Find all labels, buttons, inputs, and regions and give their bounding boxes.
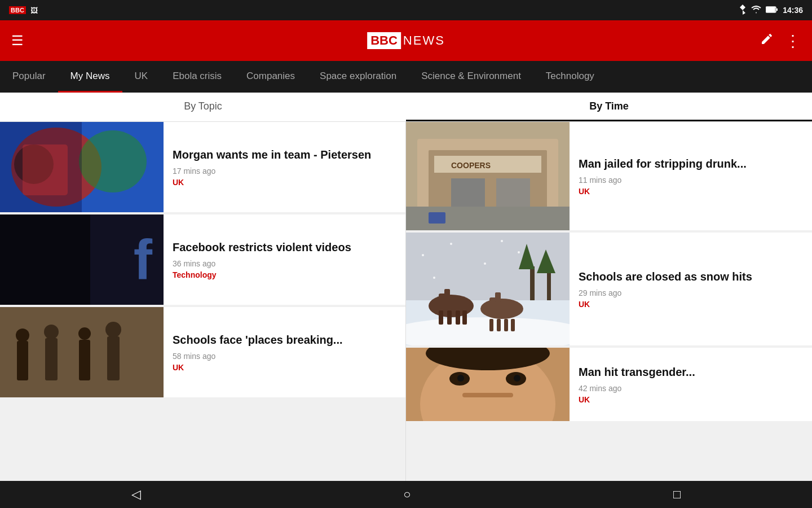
back-button[interactable]: ◁ <box>131 487 141 502</box>
tab-by-time[interactable]: By Time <box>406 93 812 121</box>
svg-rect-26 <box>429 212 445 224</box>
content-area: Morgan wants me in team - Pietersen 17 m… <box>0 122 812 481</box>
svg-rect-1 <box>766 7 775 12</box>
battery-icon <box>766 6 778 15</box>
svg-rect-43 <box>511 319 515 331</box>
svg-point-15 <box>78 327 91 340</box>
bbc-status-icon: BBC <box>9 6 26 14</box>
article-r1-image: COOPERS <box>406 122 570 230</box>
article-r2-card[interactable]: Schools are closed as snow hits 29 mins … <box>406 233 812 345</box>
article-1-text: Morgan wants me in team - Pietersen 17 m… <box>164 122 380 212</box>
cat-science-label: Science & Environment <box>421 71 521 82</box>
article-r3-title: Man hit transgender... <box>579 365 695 379</box>
svg-point-50 <box>501 240 503 242</box>
left-panel: Morgan wants me in team - Pietersen 17 m… <box>0 122 406 481</box>
svg-rect-12 <box>45 338 58 380</box>
article-r2-time: 29 mins ago <box>579 288 752 297</box>
cat-mynews[interactable]: My News <box>58 61 122 93</box>
article-r2-text: Schools are closed as snow hits 29 mins … <box>570 233 761 345</box>
svg-rect-39 <box>495 292 501 303</box>
tab-by-topic[interactable]: By Topic <box>0 93 406 121</box>
svg-rect-35 <box>456 310 460 325</box>
svg-point-4 <box>79 130 147 192</box>
svg-point-60 <box>514 375 520 382</box>
cat-mynews-label: My News <box>70 71 110 82</box>
edit-icon[interactable] <box>760 32 774 49</box>
time-display: 14:36 <box>783 6 803 15</box>
svg-rect-32 <box>444 289 450 300</box>
article-3-text: Schools face 'places breaking... 58 mins… <box>164 307 352 397</box>
svg-rect-51 <box>530 266 535 300</box>
svg-rect-34 <box>447 310 452 325</box>
article-r2-category: UK <box>579 300 752 309</box>
svg-point-13 <box>44 325 59 339</box>
top-bar-actions: ⋮ <box>760 32 801 50</box>
article-1-time: 17 mins ago <box>173 167 371 176</box>
svg-point-47 <box>518 251 520 253</box>
category-bar: Popular My News UK Ebola crisis Companie… <box>0 61 812 93</box>
svg-rect-36 <box>462 310 467 325</box>
article-1-image <box>0 122 164 212</box>
article-card-1[interactable]: Morgan wants me in team - Pietersen 17 m… <box>0 122 405 212</box>
article-r1-category: UK <box>579 187 747 196</box>
article-3-image <box>0 307 164 397</box>
article-card-3[interactable]: Schools face 'places breaking... 58 mins… <box>0 307 405 397</box>
cat-space[interactable]: Space exploration <box>307 61 409 93</box>
svg-rect-33 <box>439 310 443 325</box>
svg-point-46 <box>484 262 486 265</box>
article-card-2[interactable]: f Facebook restricts violent videos 36 m… <box>0 214 405 305</box>
svg-rect-23 <box>451 178 485 209</box>
right-panel: COOPERS Man jailed for stripping drunk..… <box>406 122 812 481</box>
bbc-logo: BBC NEWS <box>367 32 445 49</box>
svg-rect-14 <box>79 340 90 380</box>
article-1-title: Morgan wants me in team - Pietersen <box>173 147 371 162</box>
cat-popular[interactable]: Popular <box>0 61 58 93</box>
status-right-icons: 14:36 <box>739 5 803 16</box>
article-2-image: f <box>0 214 164 305</box>
svg-point-59 <box>457 375 464 382</box>
article-r3-image <box>406 348 570 421</box>
article-2-time: 36 mins ago <box>173 259 351 268</box>
article-2-text: Facebook restricts violent videos 36 min… <box>164 214 360 305</box>
cat-uk-label: UK <box>135 71 148 82</box>
status-bar: BBC 🖼 14:36 <box>0 0 812 20</box>
article-3-time: 58 mins ago <box>173 352 343 361</box>
svg-rect-7 <box>23 144 68 195</box>
article-r2-image <box>406 233 570 345</box>
article-r1-card[interactable]: COOPERS Man jailed for stripping drunk..… <box>406 122 812 230</box>
svg-rect-53 <box>547 272 551 300</box>
svg-rect-24 <box>496 178 530 209</box>
article-2-title: Facebook restricts violent videos <box>173 240 351 255</box>
svg-point-29 <box>406 317 570 345</box>
cat-science[interactable]: Science & Environment <box>409 61 533 93</box>
article-3-title: Schools face 'places breaking... <box>173 332 343 347</box>
cat-companies-label: Companies <box>246 71 295 82</box>
article-r2-title: Schools are closed as snow hits <box>579 269 752 284</box>
recents-button[interactable]: □ <box>673 487 681 502</box>
article-r1-text: Man jailed for stripping drunk... 11 min… <box>570 122 756 230</box>
cat-uk[interactable]: UK <box>122 61 161 93</box>
tab-by-topic-label: By Topic <box>184 100 222 112</box>
cat-technology[interactable]: Technology <box>533 61 607 93</box>
article-3-category: UK <box>173 363 343 372</box>
bluetooth-icon <box>739 5 747 16</box>
svg-rect-40 <box>489 319 493 331</box>
cat-companies[interactable]: Companies <box>234 61 307 93</box>
article-r3-category: UK <box>579 395 695 404</box>
more-icon[interactable]: ⋮ <box>785 32 801 50</box>
svg-rect-42 <box>504 319 508 331</box>
news-label: NEWS <box>403 33 445 48</box>
article-r3-card[interactable]: Man hit transgender... 42 mins ago UK <box>406 348 812 421</box>
bbc-box-1: BBC <box>367 32 401 49</box>
sub-tabs: By Topic By Time <box>0 93 812 122</box>
svg-text:COOPERS: COOPERS <box>451 161 491 170</box>
article-r3-time: 42 mins ago <box>579 384 695 393</box>
hamburger-menu[interactable]: ☰ <box>11 33 24 49</box>
svg-point-44 <box>422 254 424 256</box>
bottom-nav: ◁ ○ □ <box>0 481 812 508</box>
article-1-category: UK <box>173 178 371 187</box>
cat-ebola[interactable]: Ebola crisis <box>160 61 234 93</box>
home-button[interactable]: ○ <box>403 487 411 502</box>
cat-technology-label: Technology <box>546 71 594 82</box>
svg-point-45 <box>450 243 452 245</box>
